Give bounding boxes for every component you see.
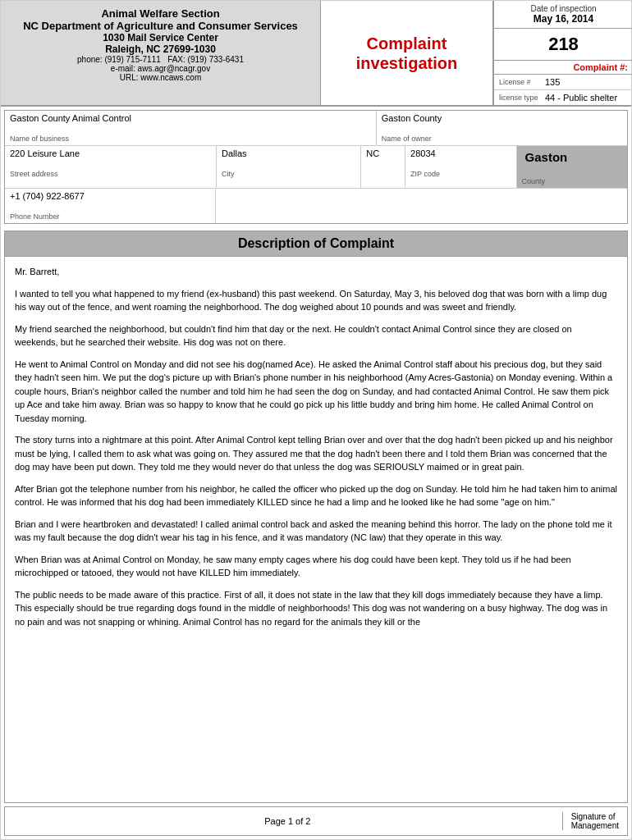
description-paragraph: He went to Animal Control on Monday and … — [15, 358, 617, 426]
description-paragraph: My friend searched the neighborhood, but… — [15, 322, 617, 349]
license-type-value: 44 - Public shelter — [545, 93, 617, 103]
date-label: Date of inspection — [499, 4, 628, 13]
page-info: Page 1 of 2 — [13, 816, 562, 826]
form-number: 218 — [494, 29, 632, 61]
state-value: NC — [366, 148, 400, 158]
address-row: 220 Leisure Lane Street address Dallas C… — [5, 146, 627, 189]
dept-name: NC Department of Agriculture and Consume… — [9, 20, 312, 32]
phone-cell: +1 (704) 922-8677 Phone Number — [5, 189, 216, 223]
header-agency: Animal Welfare Section NC Department of … — [1, 1, 321, 105]
county-value: Gaston — [522, 148, 622, 166]
city-value: Dallas — [222, 148, 355, 158]
business-owner-row: Gaston County Animal Control Name of bus… — [5, 111, 627, 146]
street-cell: 220 Leisure Lane Street address — [5, 146, 217, 188]
url: URL: www.ncaws.com — [9, 73, 312, 82]
description-paragraph: The public needs to be made aware of thi… — [15, 588, 617, 629]
footer: Page 1 of 2 Signature of Management — [4, 806, 628, 836]
description-header: Description of Complaint — [4, 231, 628, 256]
header-right-panel: Date of inspection May 16, 2014 218 Comp… — [493, 1, 632, 105]
signature-sublabel: Management — [571, 821, 619, 830]
state-cell: NC — [361, 146, 405, 188]
owner-cell: Gaston County Name of owner — [377, 111, 627, 145]
date-value: May 16, 2014 — [499, 13, 628, 25]
phone-spacer — [216, 189, 627, 223]
phone-value: +1 (704) 922-8677 — [10, 191, 210, 201]
form-title-line2: investigation — [356, 54, 457, 72]
business-name: Gaston County Animal Control — [10, 113, 371, 123]
county-cell: Gaston County — [517, 146, 627, 188]
street-address: 220 Leisure Lane — [10, 148, 211, 158]
complaint-number-label: Complaint #: — [494, 61, 632, 75]
license-type-label: license type — [499, 94, 540, 102]
phone-label: Phone Number — [10, 212, 210, 221]
org-title: Animal Welfare Section — [9, 7, 312, 20]
license-label: License # — [499, 78, 540, 86]
owner-name: Gaston County — [382, 113, 622, 123]
zip-cell: 28034 ZIP code — [405, 146, 516, 188]
business-cell: Gaston County Animal Control Name of bus… — [5, 111, 377, 145]
phone-row: +1 (704) 922-8677 Phone Number — [5, 189, 627, 223]
license-row: License # 135 — [494, 75, 632, 90]
signature-label: Signature of — [571, 812, 619, 821]
county-label: County — [522, 177, 622, 185]
header: Animal Welfare Section NC Department of … — [1, 1, 631, 107]
phone-fax: phone: (919) 715-7111 FAX: (919) 733-643… — [9, 55, 312, 64]
description-body: Mr. Barrett,I wanted to tell you what ha… — [4, 256, 628, 803]
address2: Raleigh, NC 27699-1030 — [9, 43, 312, 55]
email: e-mail: aws.agr@ncagr.gov — [9, 64, 312, 73]
form-section: Gaston County Animal Control Name of bus… — [4, 110, 628, 224]
business-name-label: Name of business — [10, 135, 371, 143]
header-form-title: Complaint investigation — [321, 1, 493, 105]
page: Animal Welfare Section NC Department of … — [0, 0, 632, 840]
license-type-row: license type 44 - Public shelter — [494, 90, 632, 105]
address1: 1030 Mail Service Center — [9, 32, 312, 43]
form-title: Complaint investigation — [356, 34, 457, 73]
description-paragraph: Brian and I were heartbroken and devasta… — [15, 518, 617, 545]
street-label: Street address — [10, 170, 211, 178]
zip-value: 28034 — [410, 148, 511, 158]
phone: phone: (919) 715-7111 — [77, 55, 161, 64]
city-cell: Dallas City — [217, 146, 361, 188]
description-paragraph: When Brian was at Animal Control on Mond… — [15, 553, 617, 580]
license-value: 135 — [545, 77, 560, 87]
zip-label: ZIP code — [410, 170, 511, 178]
fax: FAX: (919) 733-6431 — [167, 55, 244, 64]
description-paragraph: The story turns into a nightmare at this… — [15, 433, 617, 474]
description-title: Description of Complaint — [238, 236, 394, 250]
description-paragraph: After Brian got the telephone number fro… — [15, 482, 617, 509]
description-paragraph: Mr. Barrett, — [15, 265, 617, 279]
description-paragraph: I wanted to tell you what happened to my… — [15, 287, 617, 314]
signature-section: Signature of Management — [562, 812, 619, 830]
owner-name-label: Name of owner — [382, 135, 622, 143]
date-section: Date of inspection May 16, 2014 — [494, 1, 632, 29]
form-title-line1: Complaint — [367, 34, 447, 52]
city-label: City — [222, 170, 355, 178]
